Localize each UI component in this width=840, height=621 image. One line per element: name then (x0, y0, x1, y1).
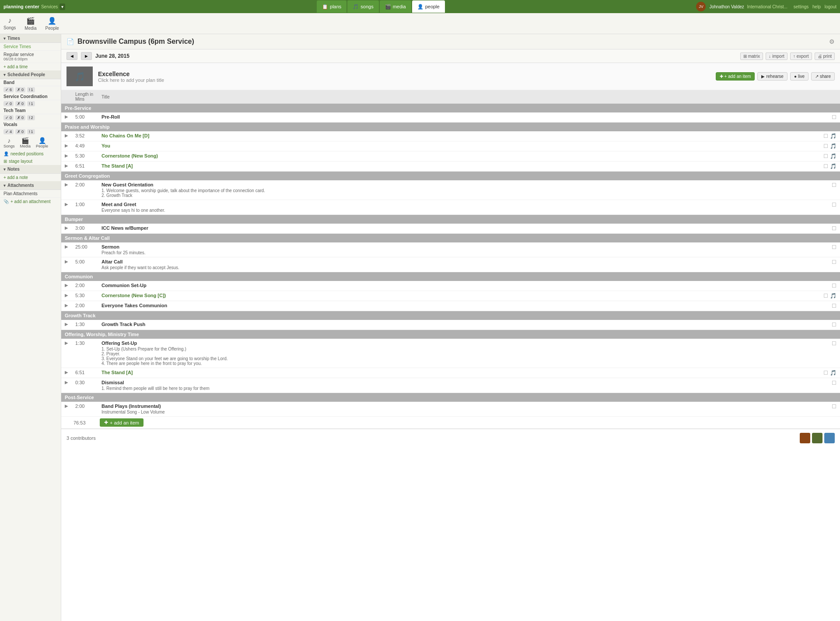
sidebar-songs-icon[interactable]: ♪ Songs (4, 137, 15, 148)
item-song-icon[interactable]: 🎵 (830, 153, 836, 159)
item-song-icon[interactable]: 🎵 (830, 293, 836, 299)
tech-team-subsection[interactable]: Tech Team (0, 107, 61, 114)
item-check-icon[interactable]: ☐ (823, 153, 828, 159)
item-check-icon[interactable]: ☐ (832, 283, 836, 289)
add-item-top-btn[interactable]: ✚ + add an item (716, 72, 755, 81)
play-btn[interactable]: ▶ (61, 180, 72, 200)
item-check-icon[interactable]: ☐ (832, 340, 836, 347)
prev-btn[interactable]: ◄ (66, 52, 77, 60)
next-btn[interactable]: ► (81, 52, 92, 60)
times-section-header[interactable]: Times (0, 34, 61, 43)
play-btn[interactable]: ▶ (61, 402, 72, 417)
item-check-icon[interactable]: ☐ (823, 293, 828, 299)
stage-layout-btn[interactable]: ⊞ stage layout (0, 158, 61, 165)
item-check-icon[interactable]: ☐ (823, 133, 828, 139)
icon-nav-songs[interactable]: ♪ Songs (4, 17, 16, 30)
item-check-icon[interactable]: ☐ (832, 403, 836, 410)
sidebar-people-icon[interactable]: 👤 People (36, 137, 48, 148)
item-song-icon[interactable]: 🎵 (830, 143, 836, 149)
plan-title-area: Excellence Click here to add your plan t… (93, 70, 716, 83)
tab-media[interactable]: 🎬 media (380, 0, 411, 13)
item-check-icon[interactable]: ☐ (832, 380, 836, 386)
tab-people[interactable]: 👤 people (412, 0, 445, 13)
service-coordination-subsection[interactable]: Service Coordination (0, 93, 61, 100)
item-content: ICC News w/Bumper (98, 224, 805, 234)
tt-badges: ✓ 0 ✗ 0 ! 2 (0, 114, 61, 121)
live-icon: ● (794, 74, 797, 79)
share-btn[interactable]: ↗ share (811, 72, 835, 81)
import-btn[interactable]: ↓ import (766, 53, 788, 60)
play-btn[interactable]: ▶ (61, 301, 72, 311)
band-subsection[interactable]: Band (0, 79, 61, 86)
sidebar-media-icon[interactable]: 🎬 Media (20, 137, 31, 148)
logo-dropdown[interactable]: ▾ (60, 4, 65, 10)
item-check-icon[interactable]: ☐ (832, 244, 836, 250)
export-btn[interactable]: ↑ export (790, 53, 812, 60)
rehearse-btn[interactable]: ▶ rehearse (757, 72, 787, 81)
service-times-label[interactable]: Service Times (0, 43, 61, 51)
item-content: The Stand [A] (98, 368, 805, 378)
item-title[interactable]: No Chains On Me [D] (102, 133, 802, 138)
play-btn[interactable]: ▶ (61, 224, 72, 234)
add-attachment-btn[interactable]: 📎 + add an attachment (0, 198, 61, 205)
play-btn[interactable]: ▶ (61, 112, 72, 123)
add-item-bottom-btn[interactable]: ✚ + add an item (100, 418, 144, 427)
needed-positions-btn[interactable]: 👤 needed positions (0, 150, 61, 158)
notes-section-header[interactable]: Notes (0, 165, 61, 174)
play-btn[interactable]: ▶ (61, 141, 72, 151)
item-title[interactable]: The Stand [A] (102, 370, 802, 375)
play-btn[interactable]: ▶ (61, 368, 72, 378)
play-btn[interactable]: ▶ (61, 320, 72, 330)
app-logo[interactable]: planning center Services ▾ (4, 4, 65, 10)
item-check-icon[interactable]: ☐ (823, 370, 828, 376)
tab-songs[interactable]: 🎵 songs (347, 0, 378, 13)
vocals-subsection[interactable]: Vocals (0, 121, 61, 128)
item-title[interactable]: The Stand [A] (102, 163, 802, 168)
settings-link[interactable]: settings (794, 4, 808, 9)
add-note-btn[interactable]: + add a note (0, 174, 61, 181)
settings-gear-icon[interactable]: ⚙ (829, 38, 835, 45)
live-btn[interactable]: ● live (790, 72, 808, 81)
help-link[interactable]: help (812, 4, 821, 9)
item-check-icon[interactable]: ☐ (832, 202, 836, 208)
item-action-area: ☐ (805, 378, 840, 393)
item-check-icon[interactable]: ☐ (832, 225, 836, 232)
icon-nav-people[interactable]: 👤 People (46, 17, 59, 31)
play-btn[interactable]: ▶ (61, 200, 72, 215)
item-check-icon[interactable]: ☐ (823, 163, 828, 169)
item-check-icon[interactable]: ☐ (832, 322, 836, 328)
add-time-btn[interactable]: + add a time (0, 63, 61, 70)
play-btn[interactable]: ▶ (61, 257, 72, 272)
item-time: 3:00 (72, 224, 98, 234)
top-nav: planning center Services ▾ 📋 plans 🎵 son… (0, 0, 840, 13)
logout-link[interactable]: logout (825, 4, 836, 9)
item-song-icon[interactable]: 🎵 (830, 163, 836, 169)
item-title[interactable]: You (102, 143, 802, 148)
col-length: Length in Mins (72, 90, 98, 104)
play-btn[interactable]: ▶ (61, 242, 72, 257)
attachments-section-header[interactable]: Attachments (0, 181, 61, 190)
item-title[interactable]: Cornerstone (New Song [C]) (102, 293, 802, 298)
item-song-icon[interactable]: 🎵 (830, 370, 836, 376)
item-check-icon[interactable]: ☐ (832, 259, 836, 265)
item-song-icon[interactable]: 🎵 (830, 133, 836, 139)
play-btn[interactable]: ▶ (61, 161, 72, 172)
item-check-icon[interactable]: ☐ (832, 303, 836, 309)
play-btn[interactable]: ▶ (61, 339, 72, 368)
item-check-icon[interactable]: ☐ (832, 114, 836, 120)
play-btn[interactable]: ▶ (61, 151, 72, 161)
play-btn[interactable]: ▶ (61, 291, 72, 301)
print-btn[interactable]: 🖨 print (815, 53, 835, 60)
item-check-icon[interactable]: ☐ (832, 182, 836, 188)
scheduled-people-header[interactable]: Scheduled People (0, 70, 61, 79)
play-btn[interactable]: ▶ (61, 378, 72, 393)
plan-subtitle[interactable]: Click here to add your plan title (98, 77, 716, 83)
rehearse-label: rehearse (766, 74, 783, 79)
play-btn[interactable]: ▶ (61, 281, 72, 291)
matrix-btn[interactable]: ⊞ matrix (740, 53, 763, 60)
play-btn[interactable]: ▶ (61, 131, 72, 141)
tab-plans[interactable]: 📋 plans (317, 0, 346, 13)
icon-nav-media[interactable]: 🎬 Media (24, 17, 36, 31)
item-check-icon[interactable]: ☐ (823, 143, 828, 149)
item-title[interactable]: Cornerstone (New Song) (102, 153, 802, 158)
